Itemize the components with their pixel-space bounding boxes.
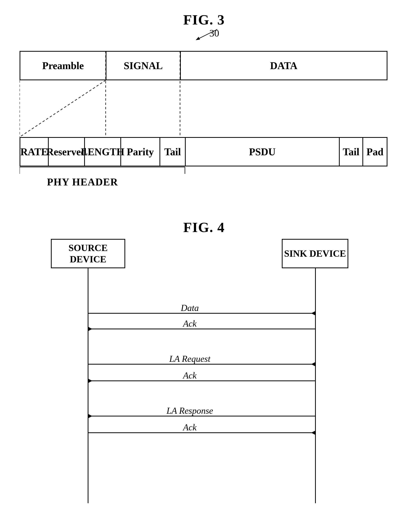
svg-marker-19	[88, 379, 92, 383]
source-device-box: SOURCE DEVICE	[51, 239, 125, 268]
vertical-dashed-lines	[20, 51, 387, 137]
cell-psdu: PSDU	[186, 138, 340, 166]
page: FIG. 3 30 Preamble SIGNAL DATA RATE Rese…	[0, 0, 408, 532]
svg-text:Data: Data	[181, 303, 199, 313]
svg-text:Ack: Ack	[183, 422, 197, 432]
svg-text:LA  Response: LA Response	[166, 406, 213, 416]
svg-marker-25	[311, 431, 315, 435]
svg-marker-22	[88, 414, 92, 418]
cell-length: LENGTH	[85, 138, 121, 166]
fig3-title: FIG. 3	[183, 12, 225, 28]
svg-text:Ack: Ack	[183, 319, 197, 329]
sink-device-box: SINK DEVICE	[282, 239, 348, 268]
ref-30: 30	[192, 27, 223, 45]
cell-tail1: Tail	[160, 138, 186, 166]
fig4-title: FIG. 4	[183, 219, 225, 235]
svg-marker-16	[311, 362, 315, 366]
cell-parity: Parity	[121, 138, 160, 166]
cell-rate: RATE	[20, 138, 49, 166]
svg-text:Ack: Ack	[183, 370, 197, 380]
arrows-svg: Data Ack LA Request Ack LA Response Ack	[20, 268, 387, 515]
phy-header-label: PHY HEADER	[47, 176, 118, 188]
bottom-frame: RATE Reserved LENGTH Parity Tail PSDU Ta…	[20, 137, 387, 166]
cell-reserved: Reserved	[49, 138, 85, 166]
svg-text:LA  Request: LA Request	[169, 354, 211, 364]
cell-pad: Pad	[363, 138, 387, 166]
cell-tail2: Tail	[340, 138, 363, 166]
ref-number: 30	[209, 27, 219, 39]
svg-marker-13	[88, 327, 92, 331]
svg-marker-1	[196, 37, 200, 40]
svg-marker-10	[311, 311, 315, 315]
